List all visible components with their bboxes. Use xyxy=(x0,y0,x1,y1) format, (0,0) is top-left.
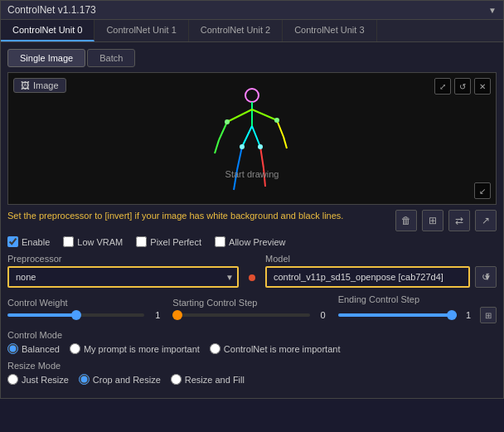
svg-line-3 xyxy=(252,109,277,120)
svg-point-15 xyxy=(274,118,279,123)
hint-action-row: Set the preprocessor to [invert] if your… xyxy=(7,210,497,231)
ending-step-group: Ending Control Step 1 ⊞ xyxy=(338,294,497,323)
control-mode-section: Control Mode Balanced My prompt is more … xyxy=(7,330,497,354)
starting-step-slider[interactable] xyxy=(172,313,309,317)
controlnet-important-radio-item[interactable]: ControlNet is more important xyxy=(210,343,341,354)
control-mode-label: Control Mode xyxy=(7,330,497,340)
tab-single-image[interactable]: Single Image xyxy=(7,49,85,67)
action-buttons: 🗑 ⊞ ⇄ ↗ xyxy=(395,210,497,231)
controlnet-important-radio[interactable] xyxy=(210,343,220,354)
tab-unit-3[interactable]: ControlNet Unit 3 xyxy=(283,20,376,41)
svg-point-17 xyxy=(258,144,263,149)
ending-step-row: 1 ⊞ xyxy=(338,307,497,323)
image-mode-tabs: Single Image Batch xyxy=(7,49,497,67)
crop-resize-radio[interactable] xyxy=(79,374,90,385)
svg-line-8 xyxy=(242,126,252,147)
model-label: Model xyxy=(265,254,497,264)
delete-button[interactable]: 🗑 xyxy=(395,210,417,231)
resize-fill-radio[interactable] xyxy=(171,374,182,385)
low-vram-checkbox-item[interactable]: Low VRAM xyxy=(63,236,123,247)
hint-text: Set the preprocessor to [invert] if your… xyxy=(7,210,389,222)
just-resize-radio-item[interactable]: Just Resize xyxy=(7,374,69,385)
app-title: ControlNet v1.1.173 xyxy=(7,4,96,16)
svg-point-0 xyxy=(245,89,259,102)
fullscreen-button[interactable]: ↙ xyxy=(474,182,491,199)
svg-line-9 xyxy=(252,126,260,147)
pixel-perfect-checkbox[interactable] xyxy=(136,236,147,247)
collapse-icon[interactable]: ▼ xyxy=(488,6,497,15)
resize-mode-section: Resize Mode Just Resize Crop and Resize … xyxy=(7,361,497,385)
ending-step-btn[interactable]: ⊞ xyxy=(480,307,497,323)
resize-mode-label: Resize Mode xyxy=(7,361,497,371)
control-weight-row: 1 xyxy=(7,310,166,320)
image-icon: 🖼 xyxy=(21,80,30,90)
expand-button[interactable]: ⤢ xyxy=(434,78,451,95)
allow-preview-checkbox[interactable] xyxy=(215,236,225,247)
control-mode-radio-row: Balanced My prompt is more important Con… xyxy=(7,343,497,354)
svg-line-10 xyxy=(237,147,242,170)
balanced-radio[interactable] xyxy=(7,343,18,354)
app-container: ControlNet v1.1.173 ▼ ControlNet Unit 0 … xyxy=(0,0,504,399)
tab-unit-0[interactable]: ControlNet Unit 0 xyxy=(1,20,94,41)
image-controls: ⤢ ↺ ✕ xyxy=(434,78,491,95)
prompt-important-radio-item[interactable]: My prompt is more important xyxy=(70,343,200,354)
content-area: Single Image Batch 🖼 Image xyxy=(1,42,503,398)
starting-step-label: Starting Control Step xyxy=(172,298,331,308)
svg-line-7 xyxy=(284,137,287,148)
ending-step-value: 1 xyxy=(460,310,477,320)
resize-fill-radio-item[interactable]: Resize and Fill xyxy=(171,374,245,385)
swap-button[interactable]: ⇄ xyxy=(448,210,470,231)
svg-line-6 xyxy=(277,120,284,137)
preprocessor-group: Preprocessor nonecannydepthopenposescrib… xyxy=(7,254,239,288)
tab-unit-1[interactable]: ControlNet Unit 1 xyxy=(94,20,188,41)
low-vram-checkbox[interactable] xyxy=(63,236,74,247)
enable-checkbox-item[interactable]: Enable xyxy=(7,236,50,247)
allow-preview-checkbox-item[interactable]: Allow Preview xyxy=(215,236,285,247)
svg-point-14 xyxy=(225,119,230,124)
resize-mode-radio-row: Just Resize Crop and Resize Resize and F… xyxy=(7,374,497,385)
crop-resize-radio-item[interactable]: Crop and Resize xyxy=(79,374,161,385)
enable-checkbox[interactable] xyxy=(7,236,18,247)
pose-drawing xyxy=(177,80,327,197)
tab-batch[interactable]: Batch xyxy=(87,49,135,67)
title-bar: ControlNet v1.1.173 ▼ xyxy=(1,1,503,20)
image-label: 🖼 Image xyxy=(13,78,66,93)
control-weight-slider[interactable] xyxy=(7,313,144,317)
dropdowns-row: Preprocessor nonecannydepthopenposescrib… xyxy=(7,254,497,288)
unit-tabs: ControlNet Unit 0 ControlNet Unit 1 Cont… xyxy=(1,20,503,42)
svg-line-4 xyxy=(219,122,227,140)
model-select[interactable]: control_v11p_sd15_openpose [cab727d4]Non… xyxy=(265,266,470,288)
model-wrapper: control_v11p_sd15_openpose [cab727d4]Non… xyxy=(265,266,497,288)
starting-step-group: Starting Control Step 0 xyxy=(172,298,331,320)
svg-line-12 xyxy=(260,147,264,168)
preprocessor-wrapper: nonecannydepthopenposescribble ▼ xyxy=(7,266,239,288)
tab-unit-2[interactable]: ControlNet Unit 2 xyxy=(189,20,283,41)
model-refresh-button[interactable]: ↺ xyxy=(475,266,497,288)
layout-button[interactable]: ⊞ xyxy=(422,210,443,231)
svg-line-5 xyxy=(215,140,219,153)
preprocessor-select[interactable]: nonecannydepthopenposescribble xyxy=(7,266,239,288)
svg-point-16 xyxy=(240,144,245,149)
ending-step-slider[interactable] xyxy=(338,313,457,317)
svg-line-2 xyxy=(227,109,252,122)
checkbox-row: Enable Low VRAM Pixel Perfect Allow Prev… xyxy=(7,236,497,247)
starting-step-value: 0 xyxy=(315,310,332,320)
model-group: Model control_v11p_sd15_openpose [cab727… xyxy=(265,254,497,288)
send-button[interactable]: ↗ xyxy=(475,210,497,231)
pixel-perfect-checkbox-item[interactable]: Pixel Perfect xyxy=(136,236,201,247)
balanced-radio-item[interactable]: Balanced xyxy=(7,343,60,354)
image-controls-bottom: ↙ xyxy=(474,182,491,199)
preprocessor-label: Preprocessor xyxy=(7,254,239,264)
just-resize-radio[interactable] xyxy=(7,374,18,385)
image-panel[interactable]: 🖼 Image xyxy=(7,72,497,205)
prompt-important-radio[interactable] xyxy=(70,343,80,354)
status-dot xyxy=(249,274,255,281)
close-image-button[interactable]: ✕ xyxy=(474,78,491,95)
ending-step-label: Ending Control Step xyxy=(338,294,497,304)
start-drawing-text: Start drawing xyxy=(225,169,279,179)
control-weight-value: 1 xyxy=(149,310,166,320)
sliders-section: Control Weight 1 Starting Control Step 0… xyxy=(7,294,497,323)
control-weight-label: Control Weight xyxy=(7,298,166,308)
control-weight-group: Control Weight 1 xyxy=(7,298,166,320)
reset-button[interactable]: ↺ xyxy=(454,78,471,95)
